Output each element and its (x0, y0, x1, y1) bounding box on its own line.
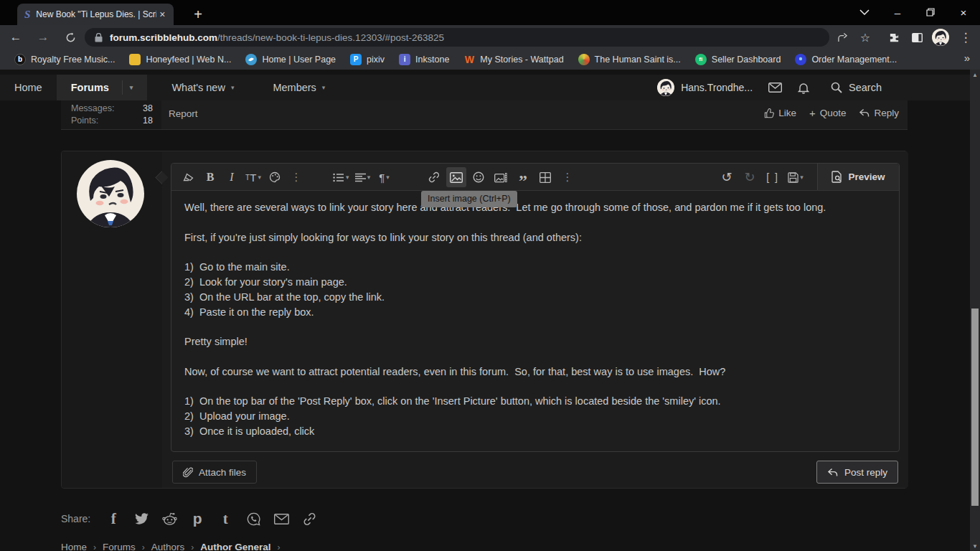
browser-menu-kebab-icon[interactable]: ⋮ (956, 27, 976, 47)
bookmark-royalty-free-music[interactable]: b Royalty Free Music... (9, 51, 121, 68)
reddit-icon[interactable] (161, 510, 177, 527)
bbcode-icon[interactable]: [ ] (763, 167, 783, 187)
inbox-envelope-icon[interactable] (768, 83, 782, 93)
chevron-down-icon[interactable]: ▾ (130, 84, 133, 91)
insert-image-icon[interactable] (446, 167, 466, 187)
browser-tab[interactable]: S New Book "Ti Lepus Dies. | Scribb × (17, 4, 174, 25)
pinterest-icon[interactable]: p (189, 510, 205, 527)
post-reply-block: B I TT▾ ⋮ ▾ (61, 151, 908, 489)
bookmark-pixiv[interactable]: P pixiv (344, 51, 390, 68)
like-button[interactable]: Like (764, 108, 796, 118)
minimize-button[interactable]: – (881, 0, 914, 24)
close-window-button[interactable]: × (947, 0, 980, 24)
table-icon[interactable] (535, 167, 555, 187)
link-icon[interactable] (301, 510, 317, 527)
bookmark-wattpad[interactable]: W My Stories - Wattpad (458, 51, 569, 68)
browser-titlebar: S New Book "Ti Lepus Dies. | Scribb × + … (0, 0, 980, 25)
italic-icon[interactable]: I (222, 167, 242, 187)
search-button[interactable]: Search (825, 82, 900, 93)
editor-toolbar: B I TT▾ ⋮ ▾ (171, 164, 899, 191)
share-page-icon[interactable] (832, 27, 852, 47)
more-options-icon[interactable]: ⋮ (286, 167, 306, 187)
side-panel-icon[interactable] (907, 27, 927, 47)
editor-line: 3) On the URL bar at the top, copy the l… (184, 290, 886, 305)
nav-item-home[interactable]: Home (0, 75, 57, 100)
address-bar[interactable]: forum.scribblehub.com/threads/new-book-t… (85, 28, 829, 47)
redo-icon[interactable]: ↻ (740, 167, 760, 187)
new-tab-button[interactable]: + (188, 4, 208, 24)
breadcrumb-home[interactable]: Home (61, 542, 87, 551)
user-avatar (657, 79, 674, 96)
profile-avatar[interactable] (930, 27, 951, 47)
whatsapp-icon[interactable] (245, 510, 261, 527)
editor-line: 3) Once it is uploaded, click (184, 424, 886, 439)
quote-button[interactable]: + Quote (809, 108, 847, 118)
bookmark-home-user-page[interactable]: Home | User Page (240, 51, 341, 68)
breadcrumb-author-general[interactable]: Author General (200, 542, 270, 551)
drafts-icon[interactable]: ▾ (786, 167, 806, 187)
link-icon[interactable] (424, 167, 444, 187)
rich-text-editor: B I TT▾ ⋮ ▾ (171, 163, 900, 452)
tumblr-icon[interactable]: t (217, 510, 233, 527)
attach-files-button[interactable]: Attach files (172, 461, 257, 484)
nav-item-whats-new[interactable]: What's new ▾ (157, 75, 248, 100)
bookmark-human-saint[interactable]: The Human Saint is... (573, 51, 687, 68)
page-content: Home Forums ▾ What's new ▾ Members ▾ Han… (0, 70, 970, 551)
reply-arrow-icon (827, 468, 838, 477)
post-reply-button[interactable]: Post reply (816, 461, 898, 484)
list-icon[interactable]: ▾ (331, 167, 352, 187)
scroll-down-arrow[interactable]: ▼ (970, 541, 980, 551)
bookmark-star-icon[interactable]: ☆ (855, 27, 875, 47)
scrollbar-thumb[interactable] (971, 309, 979, 506)
back-icon[interactable]: ← (6, 27, 26, 47)
user-name: Hans.Trondhe... (681, 82, 753, 93)
remove-format-icon[interactable] (179, 167, 199, 187)
breadcrumb-authors[interactable]: Authors (151, 542, 185, 551)
reply-button[interactable]: Reply (859, 108, 899, 118)
scribblehub-favicon: S (24, 9, 30, 21)
editor-text-area[interactable]: Well, there are several ways to link you… (171, 192, 899, 453)
nav-item-members[interactable]: Members ▾ (258, 75, 339, 100)
undo-icon[interactable]: ↺ (717, 167, 737, 187)
text-color-icon[interactable] (265, 167, 285, 187)
reload-icon[interactable] (60, 27, 80, 47)
insert-image-tooltip: Insert image (Ctrl+P) (421, 191, 517, 207)
forward-icon[interactable]: → (33, 27, 53, 47)
tab-title: New Book "Ti Lepus Dies. | Scribb (36, 9, 156, 19)
restore-window-button[interactable] (914, 0, 947, 24)
editor-line: 2) Look for your story's main page. (184, 275, 886, 290)
forum-nav-right: Hans.Trondhe... Search (657, 75, 900, 100)
preview-button[interactable]: Preview (817, 164, 899, 190)
quote-icon[interactable]: ” (513, 167, 533, 187)
email-icon[interactable] (273, 510, 289, 527)
bookmark-honeyfeed[interactable]: Honeyfeed | Web N... (123, 51, 237, 68)
facebook-icon[interactable]: f (105, 510, 121, 527)
wattpad-icon: W (463, 54, 475, 65)
account-menu[interactable]: Hans.Trondhe... (657, 79, 753, 96)
alerts-bell-icon[interactable] (798, 82, 809, 94)
editor-line: 4) Paste it on the reply box. (184, 305, 886, 320)
nav-item-forums[interactable]: Forums ▾ (57, 75, 148, 100)
tab-search-chevron-icon[interactable] (848, 0, 881, 24)
extensions-puzzle-icon[interactable] (884, 27, 904, 47)
media-icon[interactable] (491, 167, 511, 187)
reply-user-avatar[interactable] (76, 159, 145, 228)
bookmark-order-management[interactable]: Order Management... (789, 51, 903, 68)
scroll-up-arrow[interactable]: ▲ (970, 70, 980, 80)
editor-line (184, 319, 886, 334)
report-link[interactable]: Report (169, 108, 198, 119)
bold-icon[interactable]: B (200, 167, 220, 187)
breadcrumb-forums[interactable]: Forums (103, 542, 136, 551)
smilies-icon[interactable] (468, 167, 489, 187)
paragraph-format-icon[interactable]: ¶ ▾ (374, 167, 395, 187)
bookmarks-overflow-chevron[interactable]: » (964, 52, 970, 64)
twitter-icon[interactable] (133, 510, 149, 527)
bookmark-inkstone[interactable]: i Inkstone (393, 51, 455, 68)
bookmark-seller-dashboard[interactable]: fi Seller Dashboard (689, 51, 787, 68)
tab-close-icon[interactable]: × (159, 9, 165, 20)
font-size-icon[interactable]: TT▾ (243, 167, 263, 187)
stat-messages: Messages: 38 (71, 103, 153, 115)
more-icon[interactable]: ⋮ (557, 167, 578, 187)
page-scrollbar[interactable]: ▲ ▼ (970, 70, 980, 551)
alignment-icon[interactable]: ▾ (353, 167, 373, 187)
